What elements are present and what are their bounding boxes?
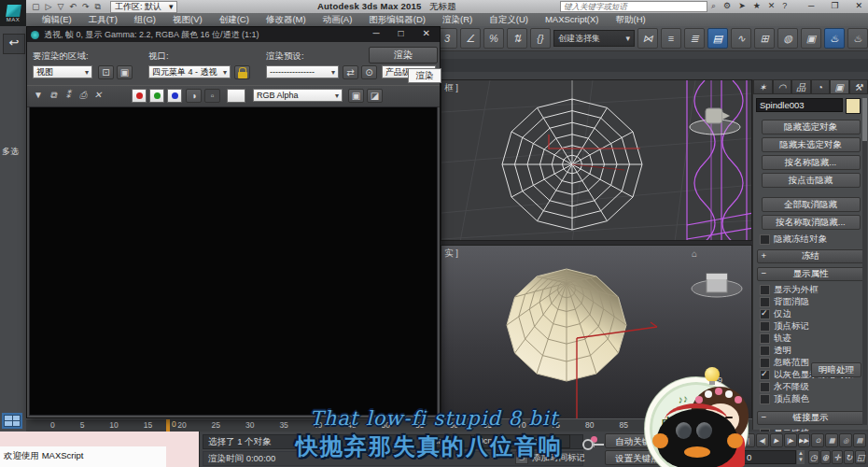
key-lock-icon[interactable]: [582, 439, 594, 450]
unhide-button[interactable]: 全部取消隐藏: [762, 197, 861, 212]
named-selection-sets-icon[interactable]: {}: [530, 28, 551, 49]
workspace-selector[interactable]: 工作区: 默认▾: [110, 1, 178, 13]
alpha-channel-icon[interactable]: ▫: [204, 89, 220, 103]
blue-channel-icon[interactable]: [167, 89, 182, 103]
monochrome-icon[interactable]: ◑: [186, 89, 202, 103]
display-property-checkbox[interactable]: 显示为外框: [760, 284, 868, 296]
open-mini-curve-icon[interactable]: ▦: [825, 433, 838, 447]
mirror-icon[interactable]: ⋈: [637, 28, 658, 49]
render-production-icon[interactable]: ♨: [824, 28, 845, 49]
channel-display-dropdown[interactable]: RGB Alpha▾: [253, 89, 343, 102]
render-iterative-icon[interactable]: ♨: [847, 28, 868, 49]
menu-item[interactable]: 修改器(M): [258, 13, 315, 26]
zoom-icon[interactable]: ⊕: [820, 450, 832, 464]
tab-utilities[interactable]: ⚒: [849, 79, 868, 94]
rendered-frame-window[interactable]: 透视, 帧 0, 显示 Gamma: 2.2, RGBA 颜色 16 位/通道 …: [26, 26, 441, 418]
menu-item[interactable]: 创建(C): [211, 13, 258, 26]
color-clamp-icon[interactable]: ▣: [348, 89, 364, 103]
maximize-viewport-icon[interactable]: ◱: [855, 450, 866, 464]
hide-button[interactable]: 隐藏选定对象: [762, 120, 861, 134]
window-control-button[interactable]: ─: [808, 0, 814, 12]
rfw-window-button[interactable]: ─: [372, 28, 379, 38]
maxscript-mini-listener[interactable]: 欢迎使用 MAXScript: [0, 432, 200, 467]
rendered-frame-window-icon[interactable]: ▣: [801, 28, 821, 49]
rfw-window-button[interactable]: ✕: [423, 28, 430, 38]
environment-icon[interactable]: ⊙: [361, 65, 377, 79]
spinner-snap-icon[interactable]: ⇅: [507, 28, 527, 49]
lock-viewport-button[interactable]: [234, 65, 250, 79]
key-mode-toggle[interactable]: ⊙: [811, 433, 824, 447]
qat-icon[interactable]: ▽: [57, 2, 63, 12]
save-image-icon[interactable]: ▼: [31, 89, 46, 103]
menu-item[interactable]: 动画(A): [315, 13, 361, 26]
tab-modify[interactable]: ◠: [773, 79, 792, 94]
rollout-link-display[interactable]: −链接显示: [757, 411, 865, 425]
qat-icon[interactable]: ▷: [46, 2, 52, 12]
hide-button[interactable]: 隐藏未选定对象: [762, 137, 861, 152]
infocenter-icon[interactable]: ➤: [738, 0, 746, 12]
menu-item[interactable]: 自定义(U): [481, 13, 537, 26]
percent-snap-icon[interactable]: %: [483, 28, 504, 49]
menu-item[interactable]: 工具(T): [80, 13, 126, 26]
previous-frame-button[interactable]: ◀|: [756, 433, 769, 447]
window-control-button[interactable]: ❐: [831, 0, 838, 12]
selection-bracket-icon[interactable]: ◎: [839, 433, 852, 447]
display-property-checkbox[interactable]: 轨迹: [760, 333, 868, 345]
infocenter-icon[interactable]: ★: [753, 0, 761, 12]
object-color-swatch[interactable]: [846, 98, 861, 114]
background-color-swatch[interactable]: [227, 89, 245, 103]
tab-display[interactable]: ▣: [830, 79, 849, 94]
menu-item[interactable]: MAXScript(X): [537, 13, 608, 26]
hide-frozen-checkbox[interactable]: 隐藏冻结对象: [760, 234, 868, 246]
copy-image-icon[interactable]: ⧉: [46, 89, 61, 103]
tab-hierarchy[interactable]: 品: [791, 79, 811, 94]
application-menu-button[interactable]: MAX: [0, 0, 26, 26]
render-preset-dropdown[interactable]: ----------------▾: [266, 65, 339, 78]
display-property-checkbox[interactable]: 仅边: [760, 308, 868, 320]
menu-item[interactable]: 编辑(E): [34, 13, 80, 26]
render-button[interactable]: 渲染: [369, 47, 438, 64]
display-property-checkbox[interactable]: 透明: [760, 345, 868, 357]
print-image-icon[interactable]: ⎙: [76, 89, 91, 103]
time-configuration-icon[interactable]: ◷: [808, 450, 819, 464]
qat-icon[interactable]: ⧉: [94, 2, 100, 12]
tab-create[interactable]: ✶: [753, 79, 773, 94]
orbit-icon[interactable]: ↻: [844, 450, 855, 464]
frame-spinner[interactable]: ▲▼: [797, 450, 805, 464]
menu-item[interactable]: 视图(V): [164, 13, 211, 26]
display-property-checkbox[interactable]: 顶点标记: [760, 320, 868, 333]
viewport-layout-icon[interactable]: [2, 413, 22, 429]
red-channel-icon[interactable]: [132, 89, 147, 103]
qat-icon[interactable]: ↶: [69, 2, 77, 12]
qat-icon[interactable]: ▢: [32, 2, 40, 12]
area-to-render-dropdown[interactable]: 视图▾: [33, 65, 92, 78]
hide-button[interactable]: 按名称隐藏...: [762, 155, 861, 170]
display-property-checkbox[interactable]: 顶点颜色: [760, 393, 868, 405]
infocenter-icon[interactable]: ✕: [768, 0, 776, 12]
toggle-ui-icon[interactable]: ◪: [367, 89, 383, 103]
play-button[interactable]: ▶: [770, 433, 783, 447]
go-to-end-button[interactable]: ▶▶|: [798, 433, 811, 447]
auto-region-icon[interactable]: ▣: [117, 65, 133, 79]
undo-arrow-button[interactable]: ↩: [3, 34, 25, 54]
search-input[interactable]: [560, 1, 707, 12]
rollout-freeze[interactable]: +冻结: [757, 249, 865, 263]
display-property-checkbox[interactable]: 永不降级: [760, 381, 868, 393]
qat-icon[interactable]: ↷: [82, 2, 90, 12]
unhide-button[interactable]: 按名称取消隐藏...: [762, 215, 861, 230]
current-frame-marker[interactable]: 0: [166, 419, 176, 432]
green-channel-icon[interactable]: [149, 89, 164, 103]
ribbon-toggle-icon[interactable]: ▤: [707, 28, 728, 49]
render-setup-icon[interactable]: ◍: [777, 28, 798, 49]
viewport-top[interactable]: 框 ]: [441, 79, 752, 241]
align-icon[interactable]: ≡: [661, 28, 681, 49]
snapshot-icon[interactable]: ▤: [853, 433, 866, 447]
clone-window-icon[interactable]: ⁑: [61, 89, 76, 103]
current-frame-field[interactable]: 0: [742, 450, 796, 464]
pan-hand-icon[interactable]: ✛: [832, 450, 843, 464]
layer-manager-icon[interactable]: ≣: [684, 28, 705, 49]
home-icon[interactable]: ⌂: [692, 248, 697, 259]
menu-item[interactable]: 帮助(H): [607, 13, 653, 26]
menu-item[interactable]: 组(G): [126, 13, 164, 26]
infocenter-icon[interactable]: ?: [782, 0, 787, 12]
